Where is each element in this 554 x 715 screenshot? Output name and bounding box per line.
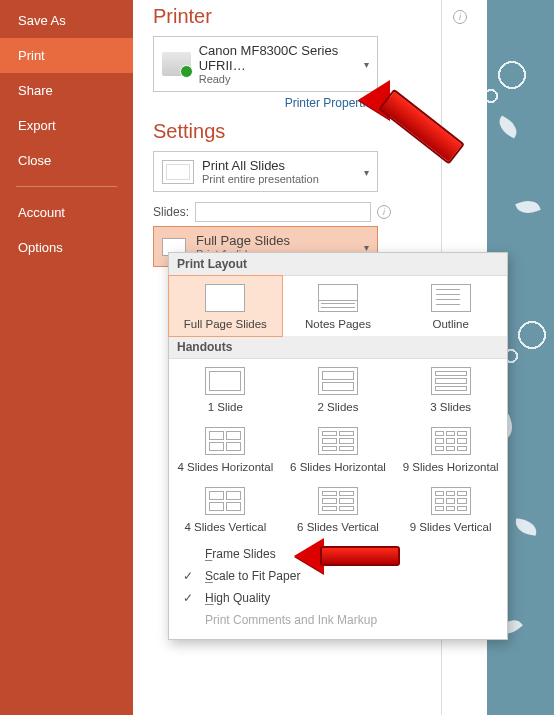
handout-4h-icon (205, 427, 245, 455)
handout-option-2-slides[interactable]: 2 Slides (282, 359, 395, 419)
printer-section-title: Printer i (153, 5, 467, 28)
printer-icon (162, 52, 191, 76)
settings-heading: Settings (153, 120, 225, 143)
layout-popup: Print Layout Full Page Slides Notes Page… (168, 252, 508, 640)
pages-icon (162, 160, 194, 184)
sidebar-separator (16, 186, 117, 187)
sidebar-item-save-as[interactable]: Save As (0, 3, 133, 38)
printer-dropdown[interactable]: Canon MF8300C Series UFRII… Ready ▾ (153, 36, 378, 92)
handout-4v-icon (205, 487, 245, 515)
option-scale-to-fit-paper[interactable]: ✓Scale to Fit Paper (175, 565, 501, 587)
print-what-sub: Print entire presentation (202, 173, 319, 185)
sidebar-item-account[interactable]: Account (0, 195, 133, 230)
slides-label: Slides: (153, 205, 189, 219)
sidebar-item-share[interactable]: Share (0, 73, 133, 108)
print-layout-header: Print Layout (169, 253, 507, 276)
backstage-sidebar: Save As Print Share Export Close Account… (0, 0, 133, 715)
sidebar-item-print[interactable]: Print (0, 38, 133, 73)
handout-option-3-slides[interactable]: 3 Slides (394, 359, 507, 419)
handout-2-icon (318, 367, 358, 395)
handout-option-9-slides-horizontal[interactable]: 9 Slides Horizontal (394, 419, 507, 479)
printer-heading: Printer (153, 5, 212, 28)
sidebar-item-export[interactable]: Export (0, 108, 133, 143)
handout-9v-icon (431, 487, 471, 515)
print-what-title: Print All Slides (202, 158, 319, 173)
handout-9h-icon (431, 427, 471, 455)
handout-6v-icon (318, 487, 358, 515)
handout-6h-icon (318, 427, 358, 455)
layout-option-outline[interactable]: Outline (394, 276, 507, 336)
printer-properties-link[interactable]: Printer Properties (153, 96, 378, 110)
printer-status: Ready (199, 73, 369, 85)
chevron-down-icon: ▾ (364, 241, 369, 252)
layout-option-notes-pages[interactable]: Notes Pages (282, 276, 395, 336)
full-page-slides-icon (205, 284, 245, 312)
slides-input[interactable] (195, 202, 371, 222)
handout-option-4-slides-vertical[interactable]: 4 Slides Vertical (169, 479, 282, 539)
printer-name: Canon MF8300C Series UFRII… (199, 43, 369, 73)
check-icon: ✓ (183, 591, 195, 605)
chevron-down-icon: ▾ (364, 59, 369, 70)
sidebar-item-close[interactable]: Close (0, 143, 133, 178)
print-what-dropdown[interactable]: Print All Slides Print entire presentati… (153, 151, 378, 192)
settings-section-title: Settings (153, 120, 467, 143)
info-icon[interactable]: i (453, 10, 467, 24)
notes-pages-icon (318, 284, 358, 312)
layout-option-full-page-slides[interactable]: Full Page Slides (169, 276, 282, 336)
option-high-quality[interactable]: ✓High Quality (175, 587, 501, 609)
handout-3-icon (431, 367, 471, 395)
handouts-header: Handouts (169, 336, 507, 359)
handout-option-1-slide[interactable]: 1 Slide (169, 359, 282, 419)
handout-option-9-slides-vertical[interactable]: 9 Slides Vertical (394, 479, 507, 539)
info-icon[interactable]: i (377, 205, 391, 219)
sidebar-item-options[interactable]: Options (0, 230, 133, 265)
check-icon: ✓ (183, 569, 195, 583)
option-print-comments: Print Comments and Ink Markup (175, 609, 501, 631)
chevron-down-icon: ▾ (364, 166, 369, 177)
handout-option-4-slides-horizontal[interactable]: 4 Slides Horizontal (169, 419, 282, 479)
option-frame-slides[interactable]: Frame Slides (175, 543, 501, 565)
handout-option-6-slides-horizontal[interactable]: 6 Slides Horizontal (282, 419, 395, 479)
handout-1-icon (205, 367, 245, 395)
layout-title: Full Page Slides (196, 233, 300, 248)
handout-option-6-slides-vertical[interactable]: 6 Slides Vertical (282, 479, 395, 539)
outline-icon (431, 284, 471, 312)
